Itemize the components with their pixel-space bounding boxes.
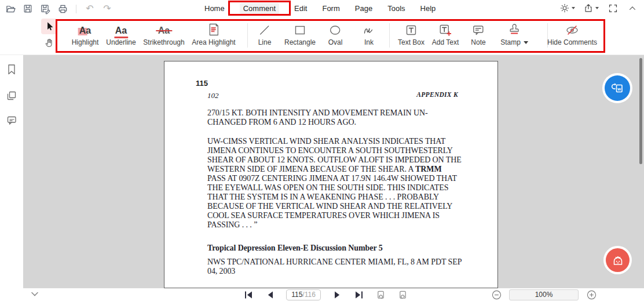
zoom-in-button[interactable] [586, 289, 597, 300]
next-page-icon [334, 291, 341, 299]
tab-help[interactable]: Help [413, 0, 444, 16]
last-page-button[interactable] [353, 289, 364, 300]
bookmarks-panel-button[interactable] [6, 63, 17, 75]
tab-edit[interactable]: Edit [287, 0, 314, 16]
collapse-toolbar-button[interactable] [627, 2, 638, 14]
note-tool[interactable]: Note [471, 20, 485, 46]
share-button[interactable] [583, 2, 599, 14]
line-tool[interactable]: Line [258, 20, 272, 46]
next-page-button[interactable] [332, 289, 342, 300]
tab-form[interactable]: Form [314, 0, 347, 16]
first-page-button[interactable] [243, 289, 254, 300]
highlight-tool[interactable]: Aa Highlight [72, 20, 99, 46]
ink-tool[interactable]: Ink [363, 20, 375, 46]
rectangle-tool[interactable]: Rectangle [284, 20, 316, 46]
pdf-to-word-icon: w [610, 81, 625, 96]
share-export-icon [583, 3, 594, 13]
paragraph-1: 270/15 KT. BOTH INTENSITY AND MOVEMENT R… [207, 108, 480, 127]
bookmark-icon [6, 63, 17, 75]
line-icon [258, 20, 271, 37]
document-viewport: 115 102 APPENDIX K 270/15 KT. BOTH INTEN… [23, 55, 644, 288]
tab-form-label: Form [322, 4, 339, 13]
rotate-left-button[interactable] [375, 289, 386, 300]
page-header-folio: 102 [207, 91, 219, 100]
pdf-editor-window: ↶ ↷ Home Comment Edit Form Page Tools He… [0, 0, 644, 301]
tab-help-label: Help [420, 4, 436, 13]
open-file-button[interactable] [5, 3, 16, 14]
rotate-right-button[interactable] [397, 289, 408, 300]
current-page-value: 115 [291, 291, 302, 299]
zoom-level-select[interactable]: 100% [509, 289, 579, 300]
robot-face-icon [610, 253, 625, 268]
last-page-icon [354, 291, 364, 299]
save-as-button[interactable] [39, 3, 51, 14]
vertical-scrollbar[interactable] [639, 58, 642, 164]
tab-comment-label: Comment [240, 3, 279, 14]
rectangle-icon [294, 20, 306, 37]
page-navigation: 115/116 [243, 288, 408, 301]
text-box-tool[interactable]: Text Box [398, 20, 425, 46]
hand-tool-button[interactable] [43, 36, 56, 49]
text-box-label: Text Box [398, 38, 425, 46]
comments-panel-button[interactable] [6, 114, 17, 126]
stamp-dropdown-caret-icon [524, 41, 528, 44]
pdf-page[interactable]: 115 102 APPENDIX K 270/15 KT. BOTH INTEN… [164, 61, 498, 288]
underline-tool[interactable]: Aa Underline [106, 20, 136, 46]
page-header: 102 APPENDIX K [207, 91, 458, 100]
caret-down-icon [595, 7, 599, 9]
tab-page-label: Page [355, 4, 372, 13]
comment-bubble-icon [6, 114, 17, 126]
redo-icon: ↷ [103, 3, 111, 14]
line-label: Line [258, 38, 272, 46]
fullscreen-icon [608, 3, 618, 13]
convert-to-word-button[interactable]: w [605, 75, 630, 101]
save-as-icon [40, 3, 51, 14]
chevron-down-icon [30, 290, 39, 298]
previous-page-icon [266, 291, 274, 299]
stamp-tool[interactable]: Stamp [500, 20, 528, 46]
hide-comments-label: Hide Comments [547, 38, 597, 46]
comment-ribbon: Aa Highlight Aa Underline Aa Strikethrou… [0, 16, 644, 55]
assistant-robot-button[interactable] [606, 248, 630, 272]
ribbon-divider [247, 23, 248, 48]
oval-icon [329, 20, 342, 37]
open-folder-icon [5, 3, 16, 14]
total-pages-value: 116 [305, 291, 316, 299]
tab-comment[interactable]: Comment [232, 0, 287, 16]
collapse-statusbar-button[interactable] [30, 290, 39, 298]
note-label: Note [471, 38, 485, 46]
stamp-label: Stamp [500, 38, 521, 46]
zoom-out-button[interactable] [491, 289, 502, 300]
area-highlight-label: Area Highlight [192, 38, 235, 46]
first-page-icon [244, 291, 254, 299]
fullscreen-button[interactable] [607, 2, 619, 14]
hide-comments-tool[interactable]: Hide Comments [547, 20, 597, 46]
zoom-level-value: 100% [535, 291, 553, 299]
page-header-appendix: APPENDIX K [416, 91, 458, 100]
strikethrough-tool[interactable]: Aa Strikethrough [143, 20, 184, 46]
tab-tools[interactable]: Tools [380, 0, 412, 16]
page-number-input[interactable]: 115/116 [286, 289, 321, 300]
stamp-label-row: Stamp [500, 38, 528, 46]
hand-icon [44, 37, 55, 48]
previous-page-button[interactable] [265, 289, 275, 300]
redo-button[interactable]: ↷ [101, 3, 113, 14]
undo-button[interactable]: ↶ [84, 3, 96, 14]
add-text-tool[interactable]: Add Text [432, 20, 459, 46]
tab-home[interactable]: Home [197, 0, 232, 16]
toolbar-divider [76, 5, 76, 13]
theme-button[interactable] [559, 2, 575, 14]
tab-edit-label: Edit [294, 4, 307, 13]
area-highlight-tool[interactable]: Area Highlight [192, 20, 235, 46]
underline-label: Underline [106, 38, 136, 46]
tab-page[interactable]: Page [347, 0, 380, 16]
save-button[interactable] [22, 3, 34, 14]
pages-icon [6, 90, 17, 101]
page-number-annotation: 115 [196, 79, 208, 88]
highlight-icon: Aa [79, 20, 91, 37]
main-menu: Home Comment Edit Form Page Tools Help [197, 0, 443, 16]
select-tool-button[interactable] [41, 19, 57, 34]
thumbnails-panel-button[interactable] [6, 90, 17, 101]
print-button[interactable] [57, 3, 68, 14]
oval-tool[interactable]: Oval [328, 20, 343, 46]
